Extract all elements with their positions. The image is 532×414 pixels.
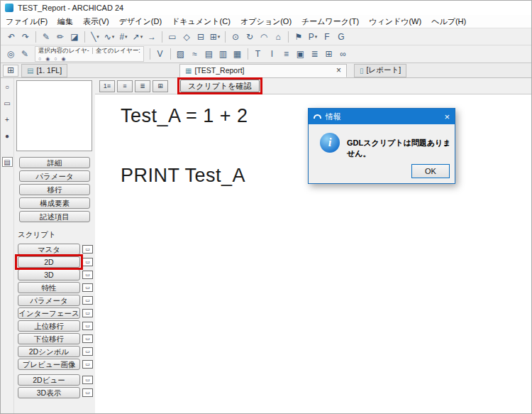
script-button-properties[interactable]: 特性 [18, 282, 80, 293]
marquee-icon[interactable]: ▭ [166, 31, 179, 43]
renovation-icon[interactable]: ◎ [4, 48, 17, 60]
script-button-3d[interactable]: 3D [18, 269, 80, 280]
line-tool-button[interactable]: ╲▾ [89, 31, 101, 43]
redo-icon[interactable]: ↷ [19, 31, 32, 43]
fill-tool-icon[interactable]: ▨ [174, 48, 187, 60]
script-button-2d[interactable]: 2D [18, 256, 80, 268]
home-icon[interactable]: ⌂ [272, 31, 284, 43]
column-tool-icon[interactable]: I [266, 48, 279, 60]
menu-design[interactable]: デザイン(D) [114, 15, 167, 28]
open-in-window-icon[interactable]: ▭ [82, 347, 93, 356]
migration-button[interactable]: 移行 [19, 184, 90, 195]
wand-icon[interactable]: ◇ [180, 31, 193, 43]
script-button-2d-symbol[interactable]: 2Dシンボル [18, 346, 80, 357]
open-in-window-icon[interactable]: ▭ [82, 334, 93, 343]
open-in-window-icon[interactable]: ▭ [82, 283, 93, 292]
visibility-icon[interactable]: ◉ [62, 56, 66, 62]
favorites-button[interactable]: P▾ [306, 31, 319, 43]
zoom-icon[interactable]: ⊙ [229, 31, 242, 43]
line-numbers-icon[interactable]: 1≡ [99, 80, 115, 92]
pencil-icon[interactable]: ✏ [54, 31, 67, 43]
menu-help[interactable]: ヘルプ(H) [426, 15, 471, 28]
highlighter-icon[interactable]: ✎ [40, 31, 52, 43]
open-in-window-icon[interactable]: ▭ [82, 271, 93, 279]
menu-document[interactable]: ドキュメント(C) [167, 15, 235, 28]
toolbar-separator [84, 31, 85, 43]
open-in-window-icon[interactable]: ▭ [82, 360, 93, 369]
marquee-mode-icon[interactable]: ▭ [2, 98, 13, 108]
globe-icon[interactable]: ● [2, 131, 13, 141]
menu-options[interactable]: オプション(O) [235, 15, 297, 28]
script-button-parameters[interactable]: パラメータ [18, 295, 80, 306]
menu-edit[interactable]: 編集 [52, 15, 78, 28]
grid-snap-button[interactable]: #▾ [117, 31, 130, 43]
object-tool-icon[interactable]: ▣ [294, 48, 307, 60]
lock-icon[interactable]: ○ [54, 56, 57, 62]
stair-tool-icon[interactable]: ≣ [309, 48, 321, 60]
open-in-window-icon[interactable]: ▭ [82, 245, 93, 254]
flag-icon[interactable]: ⚑ [292, 31, 305, 43]
wave-tool-icon[interactable]: ≈ [189, 48, 201, 60]
tab-test-report[interactable]: ▦ [TEST_Report] × [179, 64, 347, 77]
check-script-button[interactable]: スクリプトを確認 [180, 80, 260, 92]
menu-teamwork[interactable]: チームワーク(T) [297, 15, 364, 28]
lock-icon[interactable]: ○ [38, 56, 41, 62]
arrow-mode-icon[interactable]: ○ [2, 82, 13, 92]
undo-icon[interactable]: ↶ [5, 31, 18, 43]
pen-set-icon[interactable]: ✎ [18, 48, 31, 60]
open-in-window-icon[interactable]: ▭ [82, 376, 93, 384]
dialog-close-icon[interactable]: × [444, 111, 450, 122]
tab-report[interactable]: ▯ [レポート] [354, 64, 406, 77]
spline-tool-button[interactable]: ∿▾ [103, 31, 116, 43]
outline-icon[interactable]: ⊞ [153, 80, 168, 92]
merge-button[interactable]: ⊞▾ [209, 31, 221, 43]
script-row-interface: インターフェース ▭ [14, 307, 95, 319]
menu-view[interactable]: 表示(V) [78, 15, 114, 28]
tab-floor-plan[interactable]: ▤ [1. 1FL] [21, 64, 67, 77]
offset-icon[interactable]: → [145, 31, 158, 43]
ok-button[interactable]: OK [411, 164, 450, 178]
script-button-interface[interactable]: インターフェース [18, 307, 80, 319]
beam-tool-icon[interactable]: ≡ [280, 48, 293, 60]
indent-icon[interactable]: ≣ [135, 80, 150, 92]
profile-icon[interactable]: F [321, 31, 333, 43]
open-in-window-icon[interactable]: ▭ [82, 309, 93, 317]
open-in-window-icon[interactable]: ▭ [82, 296, 93, 305]
open-in-window-icon[interactable]: ▭ [82, 322, 93, 330]
parameters-button[interactable]: パラメータ [19, 170, 90, 182]
script-button-preview-picture[interactable]: プレビュー画像 [18, 359, 80, 370]
arrow-tool-button[interactable]: ↗▾ [131, 31, 144, 43]
menu-window[interactable]: ウィンドウ(W) [364, 15, 426, 28]
script-button-backward-migration[interactable]: 下位移行 [18, 333, 80, 344]
window-tool-icon[interactable]: ⊞ [323, 48, 336, 60]
visibility-icon[interactable]: ◉ [45, 56, 50, 62]
descriptors-button[interactable]: 記述項目 [19, 211, 90, 222]
menu-file[interactable]: ファイル(F) [1, 15, 52, 28]
script-row-master: マスタ ▭ [14, 244, 95, 255]
wrap-lines-icon[interactable]: ≡ [117, 80, 133, 92]
eraser-icon[interactable]: ◪ [68, 31, 81, 43]
components-button[interactable]: 構成要素 [19, 197, 90, 209]
split-icon[interactable]: ⊟ [194, 31, 207, 43]
close-tab-icon[interactable]: × [336, 65, 341, 75]
layer-selector[interactable]: 選択内容のレイヤ- 全てのレイヤー: ○ ◉ ○ ◉ [35, 46, 144, 62]
text-tool-icon[interactable]: T [252, 48, 265, 60]
open-in-window-icon[interactable]: ▭ [82, 388, 93, 397]
script-button-master[interactable]: マスタ [18, 244, 80, 255]
script-button-3d-view[interactable]: 3D表示 [18, 387, 80, 398]
rotate-icon[interactable]: ↻ [243, 31, 256, 43]
hatch-tool-icon[interactable]: ▤ [203, 48, 216, 60]
script-button-forward-migration[interactable]: 上位移行 [18, 320, 80, 332]
arc-icon[interactable]: ◠ [257, 31, 270, 43]
pin-icon[interactable]: + [2, 114, 13, 124]
mesh-tool-icon[interactable]: ▦ [231, 48, 244, 60]
link-icon[interactable]: ∞ [337, 48, 350, 60]
trace-reference-icon[interactable]: V [154, 48, 167, 60]
script-button-2d-view[interactable]: 2Dビュー [18, 374, 80, 386]
grid-view-icon[interactable]: ▤ [2, 157, 13, 167]
capture-icon[interactable]: G [335, 31, 348, 43]
quad-view-icon[interactable]: ⊞ [3, 65, 18, 77]
profile-tool-icon[interactable]: ▥ [217, 48, 230, 60]
detail-button[interactable]: 詳細 [19, 157, 90, 168]
open-in-window-icon[interactable]: ▭ [82, 258, 93, 266]
